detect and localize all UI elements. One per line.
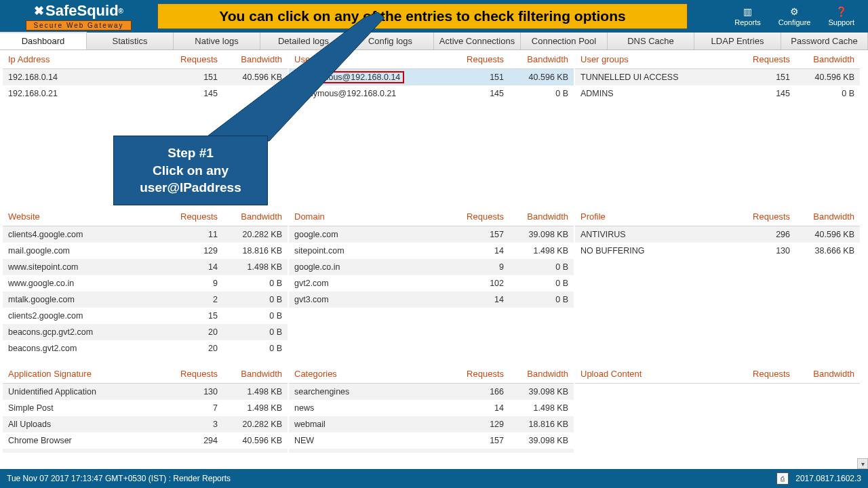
panel-categories: CategoriesRequestsBandwidthsearchengines… bbox=[289, 365, 574, 453]
tab-detailed-logs[interactable]: Detailed logs bbox=[260, 33, 347, 49]
row-bandwidth: 0 B bbox=[504, 89, 568, 98]
col-requests: Requests bbox=[157, 54, 218, 64]
row-requests: 130 bbox=[729, 246, 790, 256]
row-bandwidth: 0 B bbox=[218, 344, 282, 353]
row-requests: 9 bbox=[157, 279, 218, 288]
row-bandwidth: 18.816 KB bbox=[218, 246, 282, 256]
row-bandwidth: 0 B bbox=[218, 327, 282, 337]
row-name: anonymous@192.168.0.14 bbox=[294, 71, 443, 83]
row-requests: 129 bbox=[157, 246, 218, 256]
table-row[interactable]: 192.168.0.211450 B bbox=[3, 85, 288, 102]
row-name: news bbox=[294, 403, 443, 413]
table-row[interactable]: searchengines16639.098 KB bbox=[289, 384, 574, 400]
table-row[interactable]: Unidentified Application1301.498 KB bbox=[3, 384, 288, 400]
row-requests: 11 bbox=[157, 230, 218, 239]
row-name: NEW bbox=[294, 436, 443, 445]
tab-config-logs[interactable]: Config logs bbox=[347, 33, 434, 49]
row-name: ADMINS bbox=[580, 89, 729, 98]
tab-native-logs[interactable]: Native logs bbox=[174, 33, 260, 49]
row-name: google.com bbox=[294, 230, 443, 239]
row-bandwidth: 39.098 KB bbox=[504, 436, 568, 445]
row-requests: 145 bbox=[443, 89, 504, 98]
row-requests: 15 bbox=[157, 311, 218, 321]
configure-button[interactable]: ⚙ Configure bbox=[778, 6, 811, 26]
row-name: gvt2.com bbox=[294, 279, 443, 288]
table-row[interactable]: mtalk.google.com20 B bbox=[3, 291, 288, 308]
table-row[interactable]: clients4.google.com1120.282 KB bbox=[3, 226, 288, 243]
row-requests: 151 bbox=[729, 73, 790, 82]
row-requests: 151 bbox=[443, 73, 504, 82]
table-row[interactable]: ADMINS1450 B bbox=[575, 85, 860, 102]
panel-profile: ProfileRequestsBandwidthANTIVIRUS29640.5… bbox=[575, 207, 860, 363]
col-requests: Requests bbox=[157, 369, 218, 379]
reports-button[interactable]: ▥ Reports bbox=[734, 6, 761, 26]
row-bandwidth: 39.098 KB bbox=[504, 230, 568, 239]
table-row[interactable]: Google16639.098 KB bbox=[3, 449, 288, 453]
tab-dashboard[interactable]: Dashboard bbox=[0, 32, 87, 49]
col-requests: Requests bbox=[157, 211, 218, 222]
help-icon: ❓ bbox=[835, 6, 847, 17]
table-row[interactable]: gvt3.com140 B bbox=[289, 291, 574, 308]
row-requests: 20 bbox=[157, 327, 218, 337]
col-bandwidth: Bandwidth bbox=[790, 369, 854, 379]
tab-statistics[interactable]: Statistics bbox=[87, 33, 174, 49]
row-bandwidth: 1.498 KB bbox=[218, 387, 282, 396]
table-row[interactable]: clients2.google.com150 B bbox=[3, 308, 288, 324]
info-banner: You can click on any of the entries to c… bbox=[157, 3, 688, 29]
row-name: searchengines bbox=[294, 387, 443, 396]
support-button[interactable]: ❓ Support bbox=[828, 6, 854, 26]
pdf-export-icon[interactable]: ⎙ bbox=[776, 472, 789, 485]
col-title: Website bbox=[8, 211, 157, 222]
row-bandwidth: 39.098 KB bbox=[504, 387, 568, 396]
table-row[interactable]: Simple Post71.498 KB bbox=[3, 400, 288, 416]
table-row[interactable]: sitepoint.com141.498 KB bbox=[289, 243, 574, 259]
panel-users: UsersRequestsBandwidthanonymous@192.168.… bbox=[289, 50, 574, 206]
logo: ✖ SafeSquid ® Secure Web Gateway bbox=[0, 0, 157, 33]
table-row[interactable]: test15739.098 KB bbox=[289, 449, 574, 453]
table-row[interactable]: NEW15739.098 KB bbox=[289, 432, 574, 449]
table-row[interactable]: google.co.in90 B bbox=[289, 259, 574, 275]
table-row[interactable]: NO BUFFERING13038.666 KB bbox=[575, 243, 860, 259]
tab-password-cache[interactable]: Password Cache bbox=[781, 33, 868, 49]
table-row[interactable]: webmail12918.816 KB bbox=[289, 416, 574, 432]
panel-upload: Upload ContentRequestsBandwidth bbox=[575, 365, 860, 453]
row-requests: 3 bbox=[157, 420, 218, 429]
tab-dns-cache[interactable]: DNS Cache bbox=[608, 33, 694, 49]
table-row[interactable]: All Uploads320.282 KB bbox=[3, 416, 288, 432]
tab-connection-pool[interactable]: Connection Pool bbox=[521, 33, 608, 49]
table-row[interactable]: google.com15739.098 KB bbox=[289, 226, 574, 243]
row-bandwidth: 0 B bbox=[218, 279, 282, 288]
row-bandwidth: 0 B bbox=[218, 295, 282, 304]
table-row[interactable]: 192.168.0.1415140.596 KB bbox=[3, 69, 288, 85]
col-bandwidth: Bandwidth bbox=[218, 211, 282, 222]
row-name: mail.google.com bbox=[8, 246, 157, 256]
row-bandwidth: 1.498 KB bbox=[218, 403, 282, 413]
tabs: DashboardStatisticsNative logsDetailed l… bbox=[0, 33, 868, 50]
col-requests: Requests bbox=[729, 211, 790, 222]
table-row[interactable]: ANTIVIRUS29640.596 KB bbox=[575, 226, 860, 243]
table-row[interactable]: gvt2.com1020 B bbox=[289, 275, 574, 291]
row-name: sitepoint.com bbox=[294, 246, 443, 256]
table-row[interactable]: beacons.gcp.gvt2.com200 B bbox=[3, 324, 288, 340]
row-name: Google bbox=[8, 452, 157, 453]
row-requests: 166 bbox=[443, 387, 504, 396]
col-bandwidth: Bandwidth bbox=[790, 211, 854, 222]
table-row[interactable]: mail.google.com12918.816 KB bbox=[3, 243, 288, 259]
table-row[interactable]: anonymous@192.168.0.211450 B bbox=[289, 85, 574, 102]
scroll-down-icon[interactable]: ▾ bbox=[857, 458, 868, 469]
table-row[interactable]: www.sitepoint.com141.498 KB bbox=[3, 259, 288, 275]
table-row[interactable]: anonymous@192.168.0.1415140.596 KB bbox=[289, 69, 574, 85]
tab-ldap-entries[interactable]: LDAP Entries bbox=[694, 33, 781, 49]
tab-active-connections[interactable]: Active Connections bbox=[434, 33, 521, 49]
row-bandwidth: 1.498 KB bbox=[504, 403, 568, 413]
table-row[interactable]: beacons.gvt2.com200 B bbox=[3, 340, 288, 357]
col-bandwidth: Bandwidth bbox=[504, 211, 568, 222]
col-title: Application Signature bbox=[8, 369, 157, 379]
table-row[interactable]: news141.498 KB bbox=[289, 400, 574, 416]
row-name: NO BUFFERING bbox=[580, 246, 729, 256]
panel-header: Ip AddressRequestsBandwidth bbox=[3, 50, 288, 69]
row-name: 192.168.0.21 bbox=[8, 89, 157, 98]
table-row[interactable]: Chrome Browser29440.596 KB bbox=[3, 432, 288, 449]
table-row[interactable]: www.google.co.in90 B bbox=[3, 275, 288, 291]
table-row[interactable]: TUNNELLED UI ACCESS15140.596 KB bbox=[575, 69, 860, 85]
